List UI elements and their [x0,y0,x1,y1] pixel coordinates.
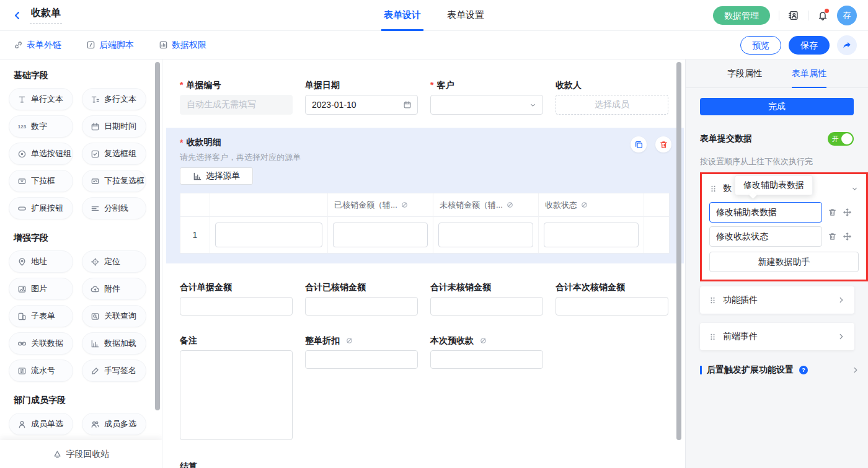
table-cell [210,217,328,253]
field-item-serial-number[interactable]: 流水号 [9,360,73,382]
post-trigger-settings[interactable]: 后置触发扩展功能设置 ? [700,364,860,376]
field-item-related-data[interactable]: 关联数据 [9,332,73,355]
field-payee[interactable]: 收款人 选择成员 [556,79,668,115]
field-item-dropdown[interactable]: 下拉框 [9,170,73,192]
field-remark[interactable]: 备注 [180,334,293,440]
field-item-divider[interactable]: 分割线 [82,197,146,219]
delete-item-icon[interactable] [828,232,837,241]
bill-no-input[interactable]: 自动生成无需填写 [180,95,293,115]
remark-textarea[interactable] [180,350,293,440]
field-item-checkbox-group[interactable]: 复选框组 [82,143,146,165]
field-item-label: 下拉框 [31,175,55,187]
new-data-assistant-button[interactable]: 新建数据助手 [709,252,859,272]
assistant-item-input[interactable] [709,226,822,247]
canvas-scrollbar[interactable] [676,62,681,440]
frontend-event-card[interactable]: 前端事件 [700,323,854,350]
field-customer[interactable]: *客户 [430,79,543,115]
delete-item-icon[interactable] [828,208,837,217]
save-button[interactable]: 保存 [789,36,830,55]
payee-member-picker[interactable]: 选择成员 [556,95,668,115]
table-cell-input[interactable] [215,223,322,247]
field-item-extend-button[interactable]: 扩展按钮 [9,197,73,219]
total-input[interactable] [305,297,418,316]
field-item-dropdown-multi[interactable]: 下拉复选框 [82,170,146,192]
tab-form-settings[interactable]: 表单设置 [445,0,487,31]
table-cell-input[interactable] [333,223,428,247]
post-trigger-label: 后置触发扩展功能设置 [707,364,794,376]
data-assistant-header[interactable]: 数 修改辅助表数据 [709,179,859,198]
field-order-discount[interactable]: 整单折扣 [305,334,418,440]
radio-icon [17,149,27,159]
move-item-icon[interactable] [843,232,852,241]
field-item-attachment[interactable]: 附件 [82,278,146,300]
help-question-icon[interactable]: ? [799,365,808,375]
assistant-item-input[interactable] [709,202,822,223]
field-item-address[interactable]: 地址 [9,250,73,273]
avatar[interactable]: 存 [837,6,857,25]
table-cell-input[interactable] [438,223,533,247]
total-input[interactable] [430,297,543,316]
preview-button[interactable]: 预览 [740,36,781,55]
data-manage-button[interactable]: 数据管理 [713,6,770,25]
done-button[interactable]: 完成 [700,98,854,115]
data-permission-link[interactable]: 数据权限 [159,40,206,51]
field-label: *客户 [430,79,543,91]
field-item-radio-group[interactable]: 单选按钮组 [9,143,73,165]
drag-handle-icon[interactable] [709,333,717,341]
table-cell [539,217,644,253]
copy-button[interactable] [631,136,647,152]
move-item-icon[interactable] [843,208,852,217]
form-external-link[interactable]: 表单外链 [14,40,61,51]
field-item-datetime[interactable]: 日期时间 [82,115,146,138]
sidebar-scrollbar[interactable] [155,62,160,410]
field-item-member-multi[interactable]: 成员多选 [82,413,146,435]
field-total-unverified-amount[interactable]: 合计未核销金额 [430,281,543,316]
plugin-card[interactable]: 功能插件 [700,286,854,314]
field-recycle-bin[interactable]: 字段回收站 [0,440,162,468]
field-item-data-load[interactable]: 数据加载 [82,332,146,355]
field-total-verified-amount[interactable]: 合计已核销金额 [305,281,418,316]
chevron-down-icon[interactable] [851,185,859,193]
total-input[interactable] [556,297,668,316]
toggle-knob [841,133,852,144]
back-icon[interactable] [12,11,22,20]
delete-button[interactable] [655,136,671,152]
backend-script-link[interactable]: 后端脚本 [86,40,134,51]
field-total-bill-amount[interactable]: 合计单据金额 [180,281,293,316]
receipt-detail-section[interactable]: *收款明细 请先选择客户，再选择对应的源单 选择源单 已核销金额（辅... 未核… [166,128,684,263]
field-bill-date[interactable]: 单据日期 2023-01-10 [305,79,418,115]
field-item-image[interactable]: 图片 [9,278,73,300]
drag-handle-icon[interactable] [709,185,717,193]
linkdata-icon [17,339,27,348]
field-item-signature[interactable]: 手写签名 [82,360,146,382]
field-item-single-line-text[interactable]: 单行文本 [9,88,73,110]
drag-handle-icon[interactable] [709,296,717,304]
field-item-member-single[interactable]: 成员单选 [9,413,73,435]
field-item-related-query[interactable]: 关联查询 [82,305,146,327]
field-item-location[interactable]: 定位 [82,250,146,273]
field-bill-no[interactable]: *单据编号 自动生成无需填写 [180,79,293,115]
header-tabs: 表单设计 表单设置 [381,0,487,31]
field-item-subform[interactable]: 子表单 [9,305,73,327]
bill-date-input[interactable]: 2023-01-10 [305,95,418,115]
tab-form-design[interactable]: 表单设计 [381,0,423,31]
contacts-book-icon[interactable] [788,10,799,21]
choose-source-button[interactable]: 选择源单 [180,167,253,185]
notification-bell-icon[interactable] [817,10,828,21]
trash-icon [659,140,668,149]
field-total-current-verify-amount[interactable]: 合计本次核销金额 [556,281,668,316]
table-cell-input[interactable] [544,223,639,247]
field-item-multi-line-text[interactable]: 多行文本 [82,88,146,110]
total-input[interactable] [180,297,293,316]
field-item-number[interactable]: 123数字 [9,115,73,138]
share-button[interactable] [837,35,857,55]
form-submit-label: 表单提交数据 [700,133,752,144]
submit-toggle[interactable]: 开 [828,132,854,146]
permission-icon [159,40,168,50]
tab-form-properties[interactable]: 表单属性 [792,60,826,88]
tab-field-properties[interactable]: 字段属性 [727,60,762,88]
discount-input[interactable] [305,350,418,369]
field-prepay[interactable]: 本次预收款 [430,334,543,440]
customer-select[interactable] [430,95,543,115]
prepay-input[interactable] [430,350,543,369]
